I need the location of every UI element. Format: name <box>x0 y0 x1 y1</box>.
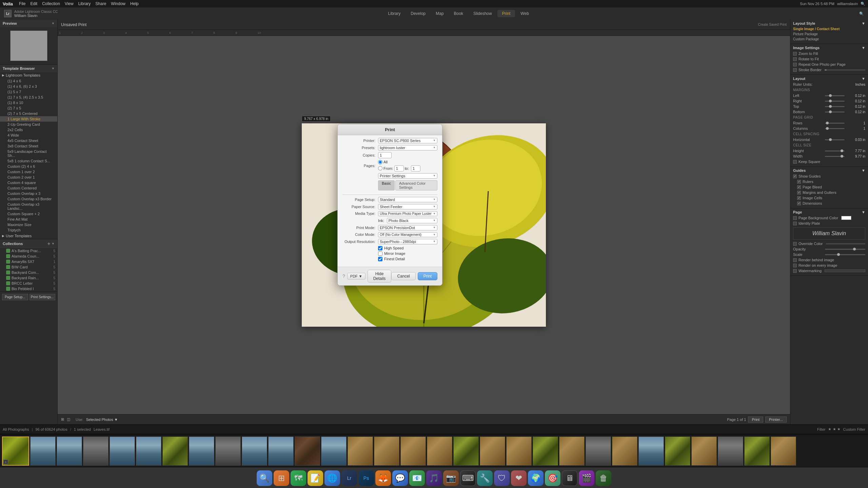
all-photos-label[interactable]: All Photographs <box>3 427 29 431</box>
dock-icon-15[interactable]: 🛡 <box>494 470 510 486</box>
dock-icon-17[interactable]: 🌍 <box>528 470 544 486</box>
dock-lr[interactable]: Lr <box>341 470 357 486</box>
rating-filter-icons[interactable]: ★ ★ ★ <box>828 427 840 431</box>
template-item[interactable]: 5x8 1 column Contact S... <box>0 158 57 164</box>
template-item[interactable]: (2) 7 x 5 Centered <box>0 111 57 116</box>
filmstrip-thumb[interactable] <box>268 436 294 466</box>
filmstrip-thumb[interactable] <box>321 436 347 466</box>
override-color-checkbox[interactable] <box>793 242 797 246</box>
custom-package-btn[interactable]: Custom Package <box>790 37 868 42</box>
render-on-every-checkbox[interactable] <box>793 264 797 267</box>
watermarking-selector[interactable] <box>825 269 865 272</box>
pages-from-input[interactable] <box>394 165 404 171</box>
horizontal-slider[interactable] <box>825 139 845 140</box>
template-item-contact-sheet[interactable]: 5x9 Landscape Contact Sh... <box>0 149 57 158</box>
filmstrip-thumb[interactable] <box>136 436 161 466</box>
height-slider[interactable] <box>825 150 845 151</box>
template-item[interactable]: 2x2 Cells <box>0 127 57 133</box>
stroke-slider[interactable] <box>825 69 865 70</box>
collection-item[interactable]: Alameda Coun... 5 <box>0 253 57 259</box>
dock-launchpad[interactable]: ⊞ <box>274 470 289 486</box>
menu-file[interactable]: File <box>19 1 25 6</box>
top-margin-slider[interactable] <box>825 106 845 107</box>
hide-details-button[interactable]: Hide Details <box>368 270 392 283</box>
dimensions-checkbox[interactable]: ✓ <box>797 202 801 205</box>
template-browser-header[interactable]: Template Browser ▼ <box>0 65 57 72</box>
filmstrip-thumb[interactable] <box>453 436 479 466</box>
template-item[interactable]: Custom Overlap x3 Border <box>0 196 57 202</box>
copies-input[interactable]: 1 <box>378 152 392 158</box>
finest-detail-checkbox[interactable] <box>378 257 382 261</box>
filmstrip-thumb[interactable] <box>506 436 532 466</box>
page-bg-checkbox[interactable] <box>793 216 797 220</box>
pdf-button[interactable]: PDF ▼ <box>347 273 366 280</box>
printer-select[interactable]: EPSON SC-P800 Series ▼ <box>378 138 437 143</box>
menu-view[interactable]: View <box>65 1 74 6</box>
create-saved-print[interactable]: Create Saved Print <box>758 23 787 26</box>
presets-select[interactable]: lightroom luster ▼ <box>378 145 437 150</box>
print-dialog[interactable]: Print Printer: EPSON SC-P800 Series ▼ <box>337 124 442 286</box>
search-icon-nav[interactable]: 🔍 <box>859 12 864 16</box>
filmstrip-thumb[interactable] <box>559 436 585 466</box>
template-item[interactable]: Custom Overlap x3 Landsc... <box>0 202 57 211</box>
app-menu-voila[interactable]: Voila <box>3 1 13 6</box>
template-item[interactable]: Custom Square + 2 <box>0 211 57 217</box>
template-item[interactable]: (1) 4 x 6, (6) 2 x 3 <box>0 84 57 89</box>
collection-item[interactable]: Amaryllis 5X7 1 <box>0 259 57 264</box>
pages-range-input[interactable] <box>378 166 382 170</box>
template-item[interactable]: 3x8 Contact Sheet <box>0 143 57 149</box>
template-item[interactable]: 4x5 Contact Sheet <box>0 138 57 143</box>
scale-slider[interactable] <box>825 254 865 255</box>
filmstrip-thumb[interactable] <box>480 436 505 466</box>
layout-title[interactable]: Layout ▼ <box>790 75 868 82</box>
filmstrip-thumb[interactable] <box>665 436 690 466</box>
filmstrip-thumb[interactable] <box>162 436 188 466</box>
template-item[interactable]: Custom 1 over 2 <box>0 169 57 175</box>
template-item[interactable]: (1) 7 x 5, (4) 2.5 x 3.5 <box>0 95 57 100</box>
menu-edit[interactable]: Edit <box>30 1 37 6</box>
filmstrip-thumb[interactable] <box>638 436 664 466</box>
dock-icon-10[interactable]: 📧 <box>409 470 425 486</box>
dock-finder[interactable]: 🔍 <box>257 470 272 486</box>
filmstrip-thumb[interactable] <box>612 436 637 466</box>
template-item[interactable]: Custom Overlap x 3 <box>0 191 57 196</box>
template-item[interactable]: Maximize Size <box>0 222 57 227</box>
menu-window[interactable]: Window <box>111 1 125 6</box>
print-dialog-print-button[interactable]: Print <box>418 272 438 280</box>
print-settings-button[interactable]: Print Settings... <box>29 294 56 300</box>
margins-gutters-checkbox[interactable]: ✓ <box>797 191 801 195</box>
render-behind-checkbox[interactable] <box>793 258 797 262</box>
dock-maps[interactable]: 🗺 <box>291 470 306 486</box>
rows-slider[interactable] <box>825 123 845 124</box>
color-mode-select[interactable]: Off (No Color Management) ▼ <box>378 232 437 237</box>
basic-tab[interactable]: Basic <box>378 180 395 190</box>
template-item[interactable]: (1) 8 x 10 <box>0 100 57 105</box>
repeat-photo-checkbox[interactable] <box>793 63 797 66</box>
pages-all-radio[interactable]: All <box>378 160 388 164</box>
template-item[interactable]: 4 Wide <box>0 133 57 138</box>
template-item[interactable]: (1) 4 x 6 <box>0 78 57 84</box>
picture-package-btn[interactable]: Picture Package <box>790 32 868 37</box>
preview-header[interactable]: Preview ▼ <box>0 20 57 27</box>
printer-settings-btn[interactable]: Printer Settings ▼ <box>378 173 437 179</box>
dock-icon-14[interactable]: 🔧 <box>477 470 493 486</box>
guides-title[interactable]: Guides ▼ <box>790 167 868 174</box>
stroke-border-checkbox[interactable] <box>793 68 797 72</box>
dock-icon-12[interactable]: 📷 <box>443 470 459 486</box>
template-item[interactable]: Custom Centered <box>0 185 57 191</box>
collections-header[interactable]: Collections + ▼ <box>0 239 57 248</box>
menu-library[interactable]: Library <box>78 1 91 6</box>
help-icon[interactable]: ? <box>342 273 345 279</box>
template-item[interactable]: (2) 7 x 5 <box>0 105 57 111</box>
printer-button[interactable]: Printer... <box>765 416 787 423</box>
filmstrip-thumb[interactable] <box>295 436 320 466</box>
page-bleed-checkbox[interactable]: ✓ <box>797 185 801 189</box>
dock-icon-8[interactable]: 🦊 <box>375 470 391 486</box>
tab-slideshow[interactable]: Slideshow <box>469 10 497 17</box>
filmstrip-thumb[interactable] <box>348 436 373 466</box>
opacity-slider[interactable] <box>825 249 865 250</box>
output-res-select[interactable]: SuperPhoto - 2880dpi ▼ <box>378 239 437 244</box>
tab-develop[interactable]: Develop <box>406 10 430 17</box>
filmstrip-thumb[interactable] <box>30 436 56 466</box>
high-speed-checkbox[interactable] <box>378 246 382 250</box>
